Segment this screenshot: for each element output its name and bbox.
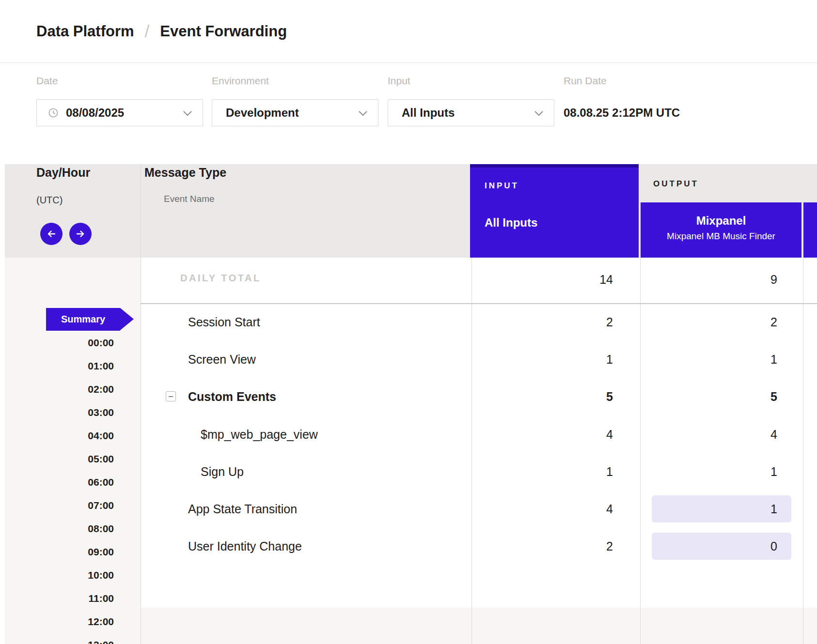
- output-column-header-partial: [803, 202, 817, 258]
- input-dropdown[interactable]: All Inputs: [388, 99, 554, 126]
- hour-row-selector[interactable]: 12:00: [5, 610, 114, 633]
- run-date-label: Run Date: [564, 75, 607, 87]
- daily-total-label: DAILY TOTAL: [180, 273, 261, 284]
- hour-row-selector[interactable]: 09:00: [5, 540, 114, 564]
- event-name: Screen View: [188, 353, 256, 367]
- input-count-cell: 2: [471, 309, 613, 335]
- output-count-value: 1: [652, 495, 791, 522]
- event-name-subheader: Event Name: [164, 194, 215, 204]
- hour-row-selector[interactable]: 10:00: [5, 564, 114, 587]
- clock-icon: [47, 107, 59, 119]
- input-group-label: INPUT: [485, 181, 519, 191]
- input-count-cell: 1: [471, 459, 613, 484]
- input-count-cell: 5: [471, 384, 613, 409]
- breadcrumb-separator: /: [145, 22, 150, 41]
- output-count-value: 0: [652, 533, 791, 560]
- event-row-label: User Identity Change: [141, 528, 471, 565]
- column-divider: [803, 258, 803, 644]
- hour-row-selector[interactable]: 11:00: [5, 587, 114, 610]
- output-count-cell: 5: [640, 384, 777, 409]
- event-row-label: Screen View: [141, 341, 471, 378]
- input-filter-label: Input: [388, 75, 410, 87]
- page-title: Event Forwarding: [160, 23, 287, 40]
- input-count-cell: 2: [471, 534, 613, 559]
- next-day-button[interactable]: [69, 223, 92, 245]
- hour-row-selector[interactable]: 01:00: [5, 354, 114, 378]
- environment-filter-label: Environment: [212, 75, 269, 87]
- event-name: $mp_web_page_view: [201, 428, 318, 442]
- event-name: Sign Up: [201, 465, 244, 479]
- chevron-down-icon: [183, 111, 192, 116]
- event-name: App State Transition: [188, 502, 297, 516]
- output-connection-subtitle: Mixpanel MB Music Finder: [641, 231, 801, 242]
- breadcrumb: Data Platform / Event Forwarding: [36, 22, 287, 41]
- event-name: Custom Events: [188, 390, 276, 404]
- day-hour-header: Day/Hour: [36, 166, 90, 180]
- top-bar: Data Platform / Event Forwarding: [0, 0, 817, 63]
- arrow-right-icon: [75, 228, 86, 240]
- date-filter-label: Date: [36, 75, 58, 87]
- run-date-value: 08.08.25 2:12PM UTC: [564, 99, 680, 126]
- event-row-label: Session Start: [141, 304, 471, 340]
- hour-row-selector[interactable]: 07:00: [5, 494, 114, 517]
- input-column-title: All Inputs: [485, 216, 537, 230]
- hour-row-selector[interactable]: 05:00: [5, 447, 114, 471]
- message-type-header: Message Type: [144, 166, 226, 180]
- event-name: User Identity Change: [188, 539, 302, 553]
- input-count-cell: 4: [471, 496, 613, 521]
- hour-row-selector[interactable]: 02:00: [5, 378, 114, 401]
- hour-row-selector[interactable]: 00:00: [5, 331, 114, 354]
- output-connection-name: Mixpanel: [641, 214, 801, 228]
- output-count-cell: 1: [640, 459, 777, 484]
- environment-value: Development: [226, 106, 299, 120]
- chevron-down-icon: [534, 111, 543, 116]
- arrow-left-icon: [46, 228, 57, 240]
- previous-day-button[interactable]: [40, 223, 63, 245]
- summary-row-selector[interactable]: Summary: [46, 308, 120, 331]
- breadcrumb-section[interactable]: Data Platform: [36, 23, 134, 40]
- output-count-cell: 2: [640, 309, 777, 335]
- input-count-cell: 4: [471, 422, 613, 447]
- input-value: All Inputs: [402, 106, 455, 120]
- event-row-label: Sign Up: [141, 453, 471, 490]
- event-row-label: App State Transition: [141, 491, 471, 527]
- date-dropdown[interactable]: 08/08/2025: [36, 99, 203, 126]
- daily-total-input-value: 14: [471, 267, 613, 292]
- collapse-icon[interactable]: [166, 391, 176, 401]
- output-count-cell-highlighted: 0: [652, 533, 791, 560]
- output-column-header-mixpanel[interactable]: Mixpanel Mixpanel MB Music Finder: [641, 202, 801, 258]
- day-hour-timezone: (UTC): [36, 195, 63, 206]
- event-row-label: $mp_web_page_view: [141, 416, 471, 453]
- table-footer-strip: [141, 608, 817, 644]
- event-forwarding-page: Data Platform / Event Forwarding Date En…: [0, 0, 817, 644]
- event-row-label: Custom Events: [141, 378, 471, 415]
- output-count-cell: 1: [640, 347, 777, 372]
- hour-row-selector[interactable]: 03:00: [5, 401, 114, 424]
- output-group-label: OUTPUT: [653, 179, 699, 189]
- chevron-down-icon: [359, 111, 367, 116]
- output-count-cell: 4: [640, 422, 777, 447]
- output-count-cell-highlighted: 1: [652, 495, 791, 522]
- hour-row-selector[interactable]: 13:00: [5, 633, 114, 644]
- input-column-header[interactable]: INPUT All Inputs: [470, 164, 639, 258]
- hour-row-selector[interactable]: 04:00: [5, 424, 114, 447]
- event-name: Session Start: [188, 315, 260, 329]
- input-count-cell: 1: [471, 347, 613, 372]
- hour-row-selector[interactable]: 06:00: [5, 471, 114, 494]
- date-value: 08/08/2025: [66, 106, 124, 120]
- environment-dropdown[interactable]: Development: [212, 99, 378, 126]
- hour-row-selector[interactable]: 08:00: [5, 517, 114, 540]
- daily-total-output-value: 9: [640, 267, 777, 292]
